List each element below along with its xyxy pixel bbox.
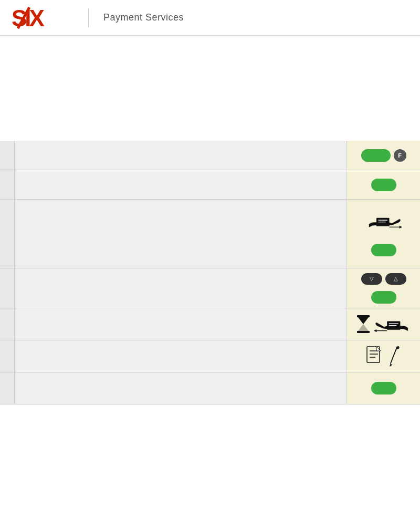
main-content: F	[0, 141, 420, 404]
row-number	[0, 340, 15, 372]
table-row: F	[0, 141, 420, 170]
table-row	[0, 340, 420, 372]
hand-return-icon	[374, 314, 412, 334]
table-row	[0, 200, 420, 268]
row-actions: ▽ △	[346, 268, 420, 308]
row-actions: F	[346, 141, 420, 170]
row-number	[0, 141, 15, 170]
sort-button-group: ▽ △	[361, 273, 406, 285]
svg-line-19	[390, 347, 397, 364]
green-action-button[interactable]	[371, 244, 396, 256]
row-actions	[346, 340, 420, 372]
row-content	[15, 340, 346, 372]
document-pen-group	[366, 346, 402, 367]
row-actions	[346, 372, 420, 404]
data-table: F	[0, 141, 420, 404]
green-action-button[interactable]	[361, 149, 391, 162]
sort-down-button[interactable]: ▽	[361, 273, 382, 285]
hourglass-icon	[356, 315, 371, 334]
row-actions	[346, 170, 420, 199]
document-icon	[366, 346, 383, 367]
row-content	[15, 141, 346, 170]
pen-icon	[387, 346, 402, 367]
row-number	[0, 268, 15, 308]
green-action-button[interactable]	[371, 382, 396, 395]
table-row	[0, 372, 420, 404]
company-name-text: Payment Services	[103, 12, 184, 23]
green-action-button[interactable]	[371, 291, 396, 304]
hand-right-icon	[365, 211, 402, 230]
row-content	[15, 308, 346, 340]
logo-container: SIX Payment Services	[10, 6, 184, 29]
sort-up-button[interactable]: △	[385, 273, 406, 285]
row-content	[15, 170, 346, 199]
logo-divider	[88, 8, 89, 27]
six-logo: SIX	[10, 6, 74, 29]
f-badge: F	[394, 149, 406, 162]
hand-payment-icon	[365, 211, 402, 230]
row-content	[15, 268, 346, 308]
svg-rect-9	[357, 331, 370, 333]
hourglass-hand-group	[356, 314, 412, 334]
green-action-button[interactable]	[371, 179, 396, 191]
row-actions	[346, 200, 420, 268]
header: SIX Payment Services	[0, 0, 420, 36]
row-content	[15, 200, 346, 268]
row-number	[0, 308, 15, 340]
svg-marker-14	[374, 329, 376, 332]
table-row: ▽ △	[0, 268, 420, 308]
row-content	[15, 372, 346, 404]
svg-marker-7	[399, 226, 402, 229]
row-number	[0, 372, 15, 404]
action-spacer	[371, 244, 396, 256]
row-actions	[346, 308, 420, 340]
row-number	[0, 200, 15, 268]
table-row	[0, 170, 420, 200]
row-number	[0, 170, 15, 199]
action-group: F	[361, 149, 406, 162]
table-row	[0, 308, 420, 340]
svg-rect-8	[357, 315, 370, 317]
